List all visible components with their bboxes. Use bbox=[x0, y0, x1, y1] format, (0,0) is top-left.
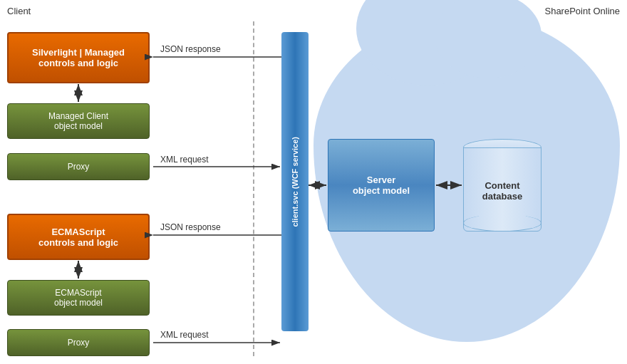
ecmascript-box: ECMAScript controls and logic bbox=[7, 214, 150, 260]
server-object-label: Server object model bbox=[353, 175, 410, 196]
content-database-label: Content database bbox=[482, 180, 522, 202]
managed-client-box: Managed Client object model bbox=[7, 103, 150, 139]
ecmascript-object-label: ECMAScript object model bbox=[54, 288, 103, 308]
wcf-bar: client.svc (WCF service) bbox=[281, 32, 309, 331]
sharepoint-label: SharePoint Online bbox=[544, 6, 620, 16]
ecmascript-label: ECMAScript controls and logic bbox=[38, 227, 118, 248]
proxy-top-box: Proxy bbox=[7, 153, 150, 180]
silverlight-box: Silverlight | Managed controls and logic bbox=[7, 32, 150, 83]
silverlight-label: Silverlight | Managed controls and logic bbox=[32, 47, 125, 68]
json-response-top-text: JSON response bbox=[160, 44, 221, 54]
proxy-bottom-label: Proxy bbox=[68, 338, 90, 348]
wcf-label: client.svc (WCF service) bbox=[291, 137, 299, 227]
managed-client-label: Managed Client object model bbox=[48, 111, 108, 131]
xml-request-bottom-text: XML request bbox=[160, 330, 209, 340]
xml-request-top-text: XML request bbox=[160, 155, 209, 165]
dashed-divider bbox=[253, 21, 254, 356]
client-label: Client bbox=[7, 6, 31, 16]
proxy-bottom-box: Proxy bbox=[7, 329, 150, 356]
content-database: Content database bbox=[463, 139, 542, 232]
json-response-bottom-text: JSON response bbox=[160, 222, 221, 232]
ecmascript-object-box: ECMAScript object model bbox=[7, 280, 150, 316]
server-object-box: Server object model bbox=[328, 139, 435, 232]
proxy-top-label: Proxy bbox=[68, 162, 90, 172]
